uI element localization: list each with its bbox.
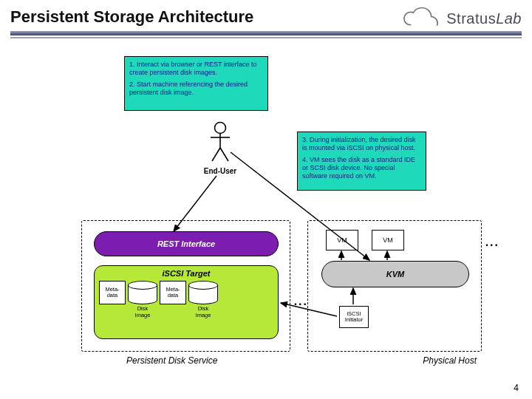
disk-image-cylinder: Disk Image [128,281,157,318]
diagram-canvas: 1. Interact via browser or REST interfac… [0,52,532,399]
vm-box: VM [326,230,358,250]
step-2: 2. Start machine referencing the desired… [129,81,263,98]
disk-row: Meta- data Disk Image Meta- data Disk Im… [95,278,278,318]
group-persistent-disk-service: REST Interface iSCSI Target Meta- data D… [81,220,290,352]
brand-text: StratusLab [446,10,522,27]
cylinder-icon [128,281,157,304]
metadata-box: Meta- data [160,281,186,304]
page-number: 4 [514,383,519,393]
svg-line-4 [220,148,228,161]
step-1: 1. Interact via browser or REST interfac… [129,61,263,78]
vm-label: VM [337,236,347,244]
cloud-icon [402,6,445,31]
disk-image-cylinder: Disk Image [188,281,218,318]
end-user-label: End-User [201,167,239,175]
step-4: 4. VM sees the disk as a standard IDE or… [302,156,421,181]
note-steps-host: 3. During initialization, the desired di… [297,132,426,191]
brand-suffix: Lab [496,10,522,27]
vm-box: VM [372,230,404,250]
header-rule-2 [10,37,522,38]
metadata-box: Meta- data [99,281,126,304]
vm-label: VM [383,236,393,244]
note-steps-user: 1. Interact via browser or REST interfac… [124,56,268,111]
ellipsis-vms: ... [485,236,499,249]
header-rule [10,31,522,35]
step-3: 3. During initialization, the desired di… [302,136,421,153]
metadata-label: Meta- data [166,287,180,299]
metadata-label: Meta- data [105,287,119,299]
kvm-label: KVM [386,270,404,279]
disk-image-label: Disk Image [128,305,157,318]
end-user-actor: End-User [201,121,239,175]
cylinder-icon [188,281,218,304]
phost-group-label: Physical Host [423,355,477,366]
brand-name: Stratus [446,10,496,27]
person-icon [206,121,234,163]
ellipsis-disks: ... [294,295,308,308]
iscsi-target-label: iSCSI Target [95,269,278,278]
disk-image-label: Disk Image [188,305,218,318]
kvm-node: KVM [321,261,469,287]
brand-logo: StratusLab [402,6,522,31]
pds-group-label: Persistent Disk Service [126,355,217,366]
rest-interface-node: REST Interface [94,231,279,256]
iscsi-initiator-node: iSCSI Initiator [339,306,369,328]
slide-header: Persistent Storage Architecture StratusL… [0,0,532,41]
svg-point-0 [215,123,226,134]
group-physical-host: VM VM ... KVM iSCSI Initiator Physical H… [307,220,482,352]
iscsi-initiator-label: iSCSI Initiator [345,311,364,323]
svg-line-3 [212,148,220,161]
iscsi-target-node: iSCSI Target Meta- data Disk Image Meta-… [94,265,279,339]
rest-interface-label: REST Interface [157,239,215,248]
